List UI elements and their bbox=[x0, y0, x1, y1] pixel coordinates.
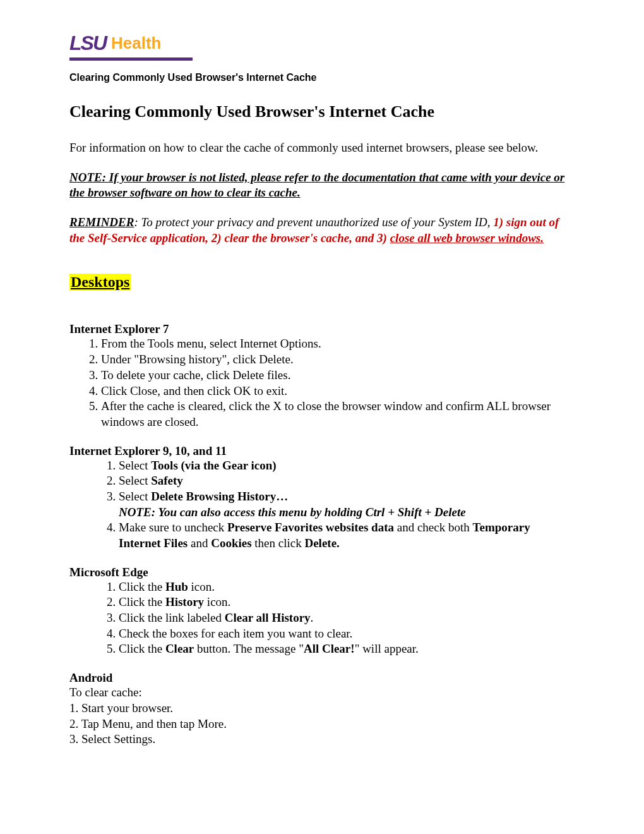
step-bold: Tools (via the Gear icon) bbox=[151, 459, 276, 472]
step-bold: Preserve Favorites websites data bbox=[227, 521, 394, 534]
step-bold: History bbox=[165, 595, 204, 608]
list-item: Check the boxes for each item you want t… bbox=[119, 626, 575, 642]
step-bold: Cookies bbox=[211, 536, 251, 550]
step-text: Select bbox=[119, 474, 151, 487]
list-item: Under "Browsing history", click Delete. bbox=[101, 352, 575, 368]
logo: LSU Health bbox=[69, 32, 193, 61]
list-item: Select Safety bbox=[119, 473, 575, 489]
list-item: Click the History icon. bbox=[119, 595, 575, 610]
step-text: button. The message " bbox=[194, 642, 304, 655]
step-bold: Safety bbox=[151, 474, 183, 487]
step-text: and bbox=[188, 536, 211, 550]
ie7-steps: From the Tools menu, select Internet Opt… bbox=[69, 336, 575, 430]
step-note: NOTE: You can also access this menu by h… bbox=[119, 505, 466, 519]
step-text: Click the bbox=[119, 595, 165, 608]
list-item: Make sure to uncheck Preserve Favorites … bbox=[119, 520, 575, 551]
ie9-steps: Select Tools (via the Gear icon) Select … bbox=[69, 458, 575, 552]
logo-health-text: Health bbox=[111, 33, 161, 53]
reminder-colon: : bbox=[134, 215, 141, 229]
list-item: 3. Select Settings. bbox=[69, 732, 575, 747]
android-steps: 1. Start your browser. 2. Tap Menu, and … bbox=[69, 701, 575, 747]
list-item: Select Tools (via the Gear icon) bbox=[119, 458, 575, 474]
list-item: Click the Clear button. The message "All… bbox=[119, 641, 575, 657]
step-text: " will appear. bbox=[355, 642, 419, 655]
list-item: From the Tools menu, select Internet Opt… bbox=[101, 336, 575, 352]
step-bold: Clear all History bbox=[225, 611, 311, 624]
step-text: Select bbox=[119, 490, 151, 503]
reminder-block: REMINDER: To protect your privacy and pr… bbox=[69, 215, 575, 246]
list-item: Click the link labeled Clear all History… bbox=[119, 610, 575, 626]
step-bold: Clear bbox=[165, 642, 194, 655]
intro-paragraph: For information on how to clear the cach… bbox=[69, 140, 575, 156]
android-pretext: To clear cache: bbox=[69, 685, 575, 701]
list-item: Click the Hub icon. bbox=[119, 579, 575, 595]
step-text: icon. bbox=[204, 595, 230, 608]
ie9-title: Internet Explorer 9, 10, and 11 bbox=[69, 444, 575, 458]
step-text: and check both bbox=[394, 521, 473, 534]
list-item: Click Close, and then click OK to exit. bbox=[101, 384, 575, 399]
page-title: Clearing Commonly Used Browser's Interne… bbox=[69, 102, 575, 121]
android-title: Android bbox=[69, 671, 575, 685]
list-item: To delete your cache, click Delete files… bbox=[101, 368, 575, 384]
list-item: 1. Start your browser. bbox=[69, 701, 575, 716]
logo-lsu-text: LSU bbox=[69, 32, 106, 55]
step-text: Select bbox=[119, 459, 151, 472]
step-text: . bbox=[311, 611, 314, 624]
section-heading-desktops: Desktops bbox=[69, 274, 131, 291]
reminder-step-3: close all web browser windows. bbox=[390, 231, 544, 245]
ie7-title: Internet Explorer 7 bbox=[69, 322, 575, 336]
list-item: Select Delete Browsing History…NOTE: You… bbox=[119, 489, 575, 520]
edge-title: Microsoft Edge bbox=[69, 565, 575, 579]
list-item: After the cache is cleared, click the X … bbox=[101, 399, 575, 430]
step-bold: Hub bbox=[165, 580, 188, 593]
step-text: Click the bbox=[119, 642, 165, 655]
step-bold: Delete. bbox=[304, 536, 339, 550]
document-header: Clearing Commonly Used Browser's Interne… bbox=[69, 72, 575, 83]
reminder-label: REMINDER bbox=[69, 215, 134, 229]
list-item: 2. Tap Menu, and then tap More. bbox=[69, 716, 575, 732]
step-text: Make sure to uncheck bbox=[119, 521, 227, 534]
edge-steps: Click the Hub icon. Click the History ic… bbox=[69, 579, 575, 657]
note-block: NOTE: If your browser is not listed, ple… bbox=[69, 170, 575, 201]
step-text: icon. bbox=[188, 580, 215, 593]
step-bold: Delete Browsing History… bbox=[151, 490, 288, 503]
step-text: Click the bbox=[119, 580, 165, 593]
step-text: Click the link labeled bbox=[119, 611, 225, 624]
step-text: then click bbox=[252, 536, 305, 550]
reminder-text: To protect your privacy and prevent unau… bbox=[141, 215, 494, 229]
step-bold: All Clear! bbox=[304, 642, 355, 655]
